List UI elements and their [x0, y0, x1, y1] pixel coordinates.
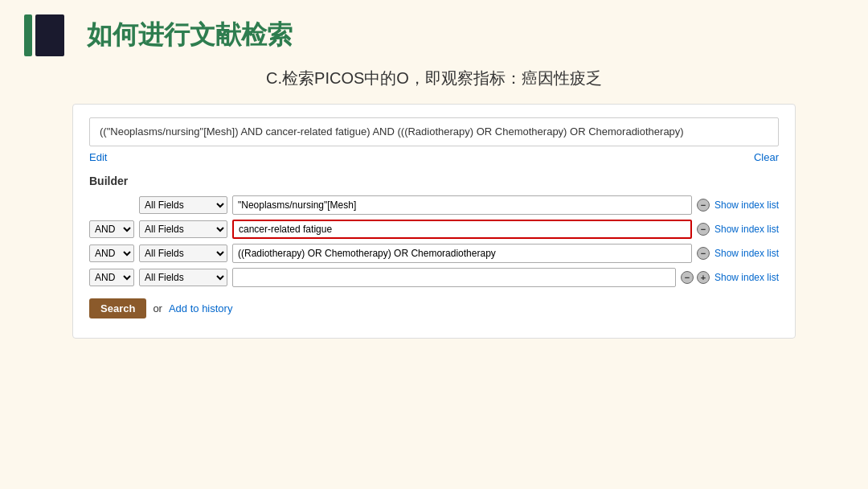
row-icons-2: − — [697, 223, 710, 236]
bool-select-4[interactable]: AND OR NOT — [89, 269, 134, 286]
header: 如何进行文献检索 — [0, 0, 868, 64]
show-index-link-2[interactable]: Show index list — [714, 224, 779, 235]
builder-row: AND OR NOT All Fields − + Show index lis… — [89, 268, 779, 287]
query-actions: Edit Clear — [89, 151, 779, 163]
builder-label: Builder — [89, 175, 779, 187]
add-row-icon-4[interactable]: + — [697, 271, 710, 284]
show-index-link-1[interactable]: Show index list — [714, 199, 779, 211]
remove-row-icon-1[interactable]: − — [697, 199, 710, 212]
term-input-3[interactable] — [232, 244, 692, 263]
show-index-link-3[interactable]: Show index list — [714, 248, 779, 259]
page-title: 如何进行文献检索 — [87, 18, 293, 53]
remove-row-icon-2[interactable]: − — [697, 223, 710, 236]
query-display: (("Neoplasms/nursing"[Mesh]) AND cancer-… — [89, 117, 779, 146]
term-input-4[interactable] — [232, 268, 676, 287]
field-select-4[interactable]: All Fields — [139, 269, 227, 286]
builder-row: All Fields − Show index list — [89, 195, 779, 215]
bool-select-3[interactable]: AND OR NOT — [89, 244, 134, 262]
main-content: (("Neoplasms/nursing"[Mesh]) AND cancer-… — [72, 104, 796, 339]
logo — [24, 14, 64, 56]
field-select-3[interactable]: All Fields — [139, 244, 227, 262]
logo-green-bar — [24, 14, 32, 56]
search-button[interactable]: Search — [89, 298, 146, 318]
edit-link[interactable]: Edit — [89, 151, 107, 163]
builder-row: AND OR NOT All Fields − Show index list — [89, 220, 779, 239]
row-icons-3: − — [697, 247, 710, 260]
or-text: or — [153, 302, 162, 314]
term-input-2[interactable] — [232, 220, 692, 239]
subtitle: C.检索PICOS中的O，即观察指标：癌因性疲乏 — [0, 68, 868, 89]
remove-row-icon-4[interactable]: − — [681, 271, 694, 284]
term-input-1[interactable] — [232, 195, 692, 215]
add-to-history-link[interactable]: Add to history — [169, 302, 233, 314]
logo-dark-square — [35, 14, 64, 56]
row-icons-4: − + — [681, 271, 710, 284]
bool-select-2[interactable]: AND OR NOT — [89, 220, 134, 238]
field-select-2[interactable]: All Fields — [139, 220, 227, 238]
builder-row: AND OR NOT All Fields − Show index list — [89, 244, 779, 263]
builder-rows: All Fields − Show index list AND OR NOT … — [89, 195, 779, 287]
row-icons-1: − — [697, 199, 710, 212]
bottom-row: Search or Add to history — [89, 298, 779, 318]
show-index-link-4[interactable]: Show index list — [714, 272, 779, 283]
remove-row-icon-3[interactable]: − — [697, 247, 710, 260]
clear-link[interactable]: Clear — [754, 151, 779, 163]
field-select-1[interactable]: All Fields — [139, 196, 227, 214]
